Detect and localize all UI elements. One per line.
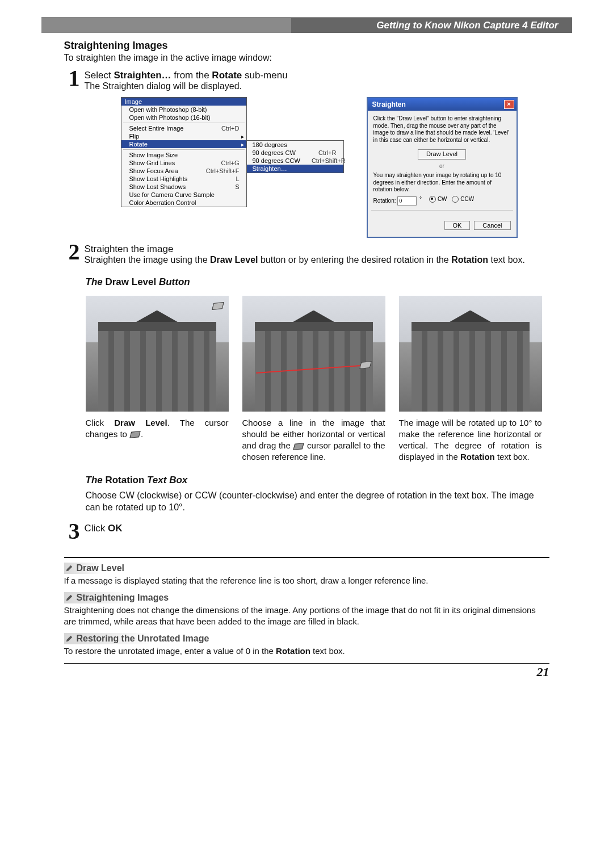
menu-lost-shadows[interactable]: Show Lost ShadowsS [121, 183, 246, 191]
menu-show-grid[interactable]: Show Grid LinesCtrl+G [121, 159, 246, 167]
step1-desc: The Straighten dialog will be displayed. [85, 81, 549, 91]
chevron-right-icon: ▸ [241, 133, 244, 140]
rotation-label: Rotation: [373, 198, 396, 204]
menu-rotate[interactable]: Rotate▸ [121, 140, 246, 148]
submenu-90ccw[interactable]: 90 degrees CCWCtrl+Shift+R [247, 157, 343, 165]
step-number: 2 [64, 242, 85, 265]
note-body-restoring: To restore the unrotated image, enter a … [64, 645, 549, 657]
photo-before [86, 296, 229, 412]
section-title: Straightening Images [64, 40, 549, 52]
cancel-button[interactable]: Cancel [474, 221, 510, 230]
pencil-icon [65, 635, 73, 643]
pencil-icon [65, 564, 73, 572]
step3-title: Click OK [85, 523, 549, 534]
ccw-radio[interactable]: CCW [452, 196, 474, 203]
level-cursor-icon [212, 302, 224, 310]
step2-desc: Straighten the image using the Draw Leve… [85, 255, 549, 265]
figure-menu-and-dialog: Image Open with Photoshop (8-bit) Open w… [121, 97, 549, 238]
step-3: 3 Click OK [64, 522, 549, 541]
submenu-180[interactable]: 180 degrees [247, 141, 343, 149]
menu-aberration[interactable]: Color Aberration Control [121, 199, 246, 207]
step-2: 2 Straighten the image Straighten the im… [64, 242, 549, 265]
rotation-para: Choose CW (clockwise) or CCW (counter-cl… [86, 489, 549, 514]
pencil-icon [65, 594, 73, 602]
photo-row: Click Draw Level. The cursor changes to … [86, 296, 549, 463]
image-menu: Image Open with Photoshop (8-bit) Open w… [121, 97, 247, 207]
level-cursor-icon [359, 361, 372, 369]
degree-symbol: ° [419, 196, 422, 202]
menu-flip[interactable]: Flip▸ [121, 132, 246, 140]
menu-open-16bit[interactable]: Open with Photoshop (16-bit) [121, 114, 246, 121]
menu-title: Image [121, 98, 246, 106]
menu-lost-highlights[interactable]: Show Lost HighlightsL [121, 175, 246, 183]
note-heading-straightening: Straightening Images [64, 592, 171, 603]
draw-level-button[interactable]: Draw Level [418, 149, 466, 160]
chapter-header: Getting to Know Nikon Capture 4 Editor [291, 18, 572, 33]
rotation-input[interactable] [397, 196, 417, 206]
level-cursor-icon [293, 443, 304, 450]
caption-2: Choose a line in the image that should b… [242, 417, 385, 463]
note-heading-drawlevel: Draw Level [64, 563, 127, 574]
straighten-dialog: Straighten × Click the "Draw Level" butt… [367, 97, 518, 238]
menu-camera-curve[interactable]: Use for Camera Curve Sample [121, 191, 246, 199]
menu-select-all[interactable]: Select Entire ImageCtrl+D [121, 124, 246, 132]
step1-title: Select Straighten… from the Rotate sub-m… [85, 70, 549, 81]
chevron-right-icon: ▸ [241, 141, 244, 148]
draw-level-heading: The Draw Level Button [86, 276, 549, 288]
step-number: 3 [64, 522, 85, 541]
menu-show-focus[interactable]: Show Focus AreaCtrl+Shift+F [121, 167, 246, 175]
dialog-title: Straighten [372, 100, 406, 108]
note-heading-restoring: Restoring the Unrotated Image [64, 633, 212, 644]
rotation-box-heading: The Rotation Text Box [86, 475, 549, 486]
section-intro: To straighten the image in the active im… [64, 53, 549, 63]
dialog-msg1: Click the "Draw Level" button to enter s… [373, 115, 511, 144]
step2-title: Straighten the image [85, 244, 549, 255]
submenu-90cw[interactable]: 90 degrees CWCtrl+R [247, 149, 343, 157]
menu-show-size[interactable]: Show Image Size [121, 151, 246, 159]
ok-button[interactable]: OK [444, 221, 471, 230]
level-cursor-icon [129, 431, 140, 438]
submenu-straighten[interactable]: Straighten… [247, 165, 343, 173]
photo-dragging [242, 296, 385, 412]
rotate-submenu: 180 degrees 90 degrees CWCtrl+R 90 degre… [246, 140, 344, 173]
note-body-drawlevel: If a message is displayed stating that t… [64, 575, 549, 586]
menu-open-8bit[interactable]: Open with Photoshop (8-bit) [121, 106, 246, 114]
dialog-or: or [373, 163, 511, 170]
notes-divider [64, 557, 549, 558]
close-icon[interactable]: × [504, 100, 514, 109]
caption-3: The image will be rotated up to 10° to m… [399, 417, 542, 463]
step-1: 1 Select Straighten… from the Rotate sub… [64, 69, 549, 91]
caption-1: Click Draw Level. The cursor changes to … [86, 417, 229, 441]
page-top-band: Getting to Know Nikon Capture 4 Editor [41, 17, 572, 33]
note-body-straightening: Straightening does not change the dimens… [64, 605, 549, 628]
photo-after [399, 296, 542, 412]
cw-radio[interactable]: CW [429, 196, 447, 203]
page-number: 21 [64, 663, 549, 680]
dialog-msg2: You may straighten your image by rotatin… [373, 172, 511, 194]
step-number: 1 [64, 69, 85, 91]
